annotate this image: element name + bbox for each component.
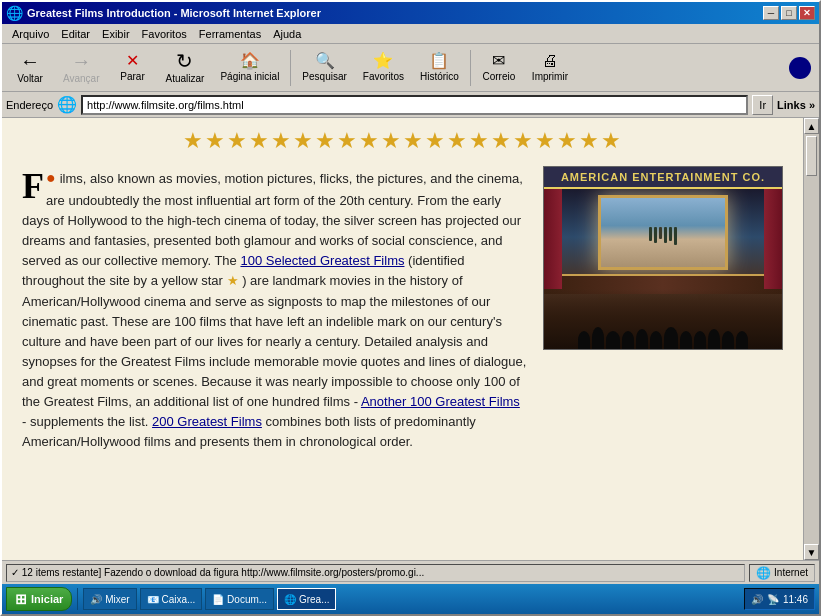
head-6 <box>650 331 662 349</box>
browser-window: 🌐 Greatest Films Introduction - Microsof… <box>0 0 821 616</box>
audience-silhouettes <box>544 327 782 349</box>
toolbar-separator-2 <box>470 50 471 86</box>
forward-label: Avançar <box>63 73 100 84</box>
head-10 <box>708 329 720 349</box>
home-icon: 🏠 <box>240 53 260 69</box>
links-button[interactable]: Links » <box>777 99 815 111</box>
start-label: Iniciar <box>31 593 63 605</box>
mail-icon: ✉ <box>492 53 505 69</box>
search-button[interactable]: 🔍 Pesquisar <box>295 47 353 89</box>
forward-button[interactable]: → Avançar <box>56 47 107 89</box>
print-icon: 🖨 <box>542 53 558 69</box>
address-bar: Endereço 🌐 Ir Links » <box>2 92 819 118</box>
home-label: Página inicial <box>220 71 279 82</box>
title-bar-buttons: ─ □ ✕ <box>763 6 815 20</box>
minimize-button[interactable]: ─ <box>763 6 779 20</box>
taskbar-app-mixer[interactable]: 🔊 Mixer <box>83 588 136 610</box>
link-200-films[interactable]: 200 Greatest Films <box>152 414 262 429</box>
back-icon: ← <box>20 51 40 71</box>
zone-label: Internet <box>774 567 808 578</box>
head-8 <box>680 331 692 349</box>
title-bar: 🌐 Greatest Films Introduction - Microsof… <box>2 2 819 24</box>
favorites-icon: ⭐ <box>373 53 393 69</box>
back-button[interactable]: ← Voltar <box>6 47 54 89</box>
toolbar: ← Voltar → Avançar ✕ Parar ↻ Atualizar 🏠… <box>2 44 819 92</box>
head-3 <box>606 331 620 349</box>
end-text: - supplements the list. <box>22 414 152 429</box>
image-box: AMERICAN ENTERTAINMENT CO. <box>543 166 783 350</box>
taskbar-app-grea[interactable]: 🌐 Grea... <box>277 588 336 610</box>
menu-arquivo[interactable]: Arquivo <box>6 26 55 42</box>
close-button[interactable]: ✕ <box>799 6 815 20</box>
favorites-label: Favoritos <box>363 71 404 82</box>
menu-ajuda[interactable]: Ajuda <box>267 26 307 42</box>
menu-favoritos[interactable]: Favoritos <box>136 26 193 42</box>
print-label: Imprimir <box>532 71 568 82</box>
scroll-down-button[interactable]: ▼ <box>804 544 819 560</box>
head-12 <box>736 331 748 349</box>
bullet-point: ● <box>46 169 56 186</box>
go-button[interactable]: Ir <box>752 95 773 115</box>
print-button[interactable]: 🖨 Imprimir <box>525 47 575 89</box>
image-banner: AMERICAN ENTERTAINMENT CO. <box>544 167 782 189</box>
head-5 <box>636 329 648 349</box>
history-button[interactable]: 📋 Histórico <box>413 47 466 89</box>
title-bar-left: 🌐 Greatest Films Introduction - Microsof… <box>6 5 321 21</box>
stars-decoration: ★★★★★★★★★★★★★★★★★★★★ <box>22 128 783 154</box>
search-icon: 🔍 <box>315 53 335 69</box>
history-label: Histórico <box>420 71 459 82</box>
refresh-button[interactable]: ↻ Atualizar <box>159 47 212 89</box>
curtain-left <box>544 189 562 289</box>
scroll-thumb[interactable] <box>806 136 817 176</box>
head-11 <box>722 331 734 349</box>
content-area: ★★★★★★★★★★★★★★★★★★★★ ●Films, also known … <box>2 118 819 560</box>
head-9 <box>694 331 706 349</box>
search-label: Pesquisar <box>302 71 346 82</box>
menu-bar: Arquivo Editar Exibir Favoritos Ferramen… <box>2 24 819 44</box>
stop-label: Parar <box>120 71 144 82</box>
stop-button[interactable]: ✕ Parar <box>109 47 157 89</box>
home-button[interactable]: 🏠 Página inicial <box>213 47 286 89</box>
menu-exibir[interactable]: Exibir <box>96 26 136 42</box>
scroll-track <box>804 134 819 544</box>
text-content: ●Films, also known as movies, motion pic… <box>22 166 527 453</box>
audience-area <box>544 289 782 349</box>
link-another-100[interactable]: Another 100 Greatest Films <box>361 394 520 409</box>
maximize-button[interactable]: □ <box>781 6 797 20</box>
address-input[interactable] <box>81 95 748 115</box>
toolbar-separator-1 <box>290 50 291 86</box>
head-2 <box>592 327 604 349</box>
status-text: ✓ 12 items restante] Fazendo o download … <box>6 564 745 582</box>
page-content[interactable]: ★★★★★★★★★★★★★★★★★★★★ ●Films, also known … <box>2 118 803 560</box>
head-4 <box>622 331 634 349</box>
favorites-button[interactable]: ⭐ Favoritos <box>356 47 411 89</box>
clock: 11:46 <box>783 594 808 605</box>
theater-scene <box>544 189 782 349</box>
head-7 <box>664 327 678 349</box>
system-tray: 🔊 📡 11:46 <box>744 588 815 610</box>
start-button[interactable]: ⊞ Iniciar <box>6 587 72 611</box>
link-100-films[interactable]: 100 Selected Greatest Films <box>240 253 404 268</box>
head-1 <box>578 331 590 349</box>
mail-label: Correio <box>482 71 515 82</box>
browser-icon: 🌐 <box>6 5 23 21</box>
refresh-icon: ↻ <box>176 51 193 71</box>
taskbar-separator <box>77 588 78 610</box>
status-bar: ✓ 12 items restante] Fazendo o download … <box>2 560 819 584</box>
menu-ferramentas[interactable]: Ferramentas <box>193 26 267 42</box>
tray-icon-2: 📡 <box>767 594 779 605</box>
status-message: ✓ 12 items restante] Fazendo o download … <box>11 567 424 578</box>
refresh-label: Atualizar <box>166 73 205 84</box>
menu-editar[interactable]: Editar <box>55 26 96 42</box>
zone-indicator: 🌐 Internet <box>749 564 815 582</box>
tray-icon-1: 🔊 <box>751 594 763 605</box>
mail-button[interactable]: ✉ Correio <box>475 47 523 89</box>
history-icon: 📋 <box>429 53 449 69</box>
taskbar-app-docum[interactable]: 📄 Docum... <box>205 588 274 610</box>
scroll-up-button[interactable]: ▲ <box>804 118 819 134</box>
back-label: Voltar <box>17 73 43 84</box>
star-symbol: ★ <box>227 273 239 288</box>
movie-screen <box>598 195 728 270</box>
scrollbar[interactable]: ▲ ▼ <box>803 118 819 560</box>
taskbar-app-caixa[interactable]: 📧 Caixa... <box>140 588 203 610</box>
